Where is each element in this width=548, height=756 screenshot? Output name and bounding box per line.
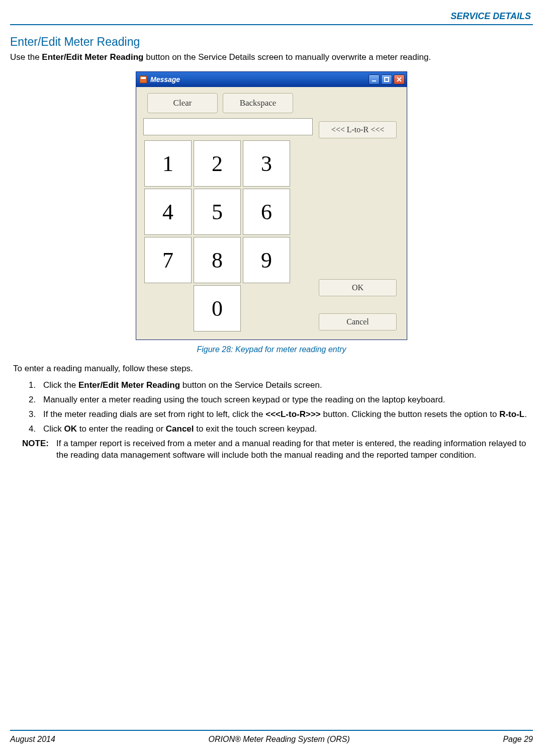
- step-1: Click the Enter/Edit Meter Reading butto…: [38, 380, 533, 391]
- svg-rect-2: [372, 80, 376, 81]
- step-1-b: Enter/Edit Meter Reading: [78, 380, 180, 390]
- step-4-d: Cancel: [166, 424, 194, 434]
- ok-button[interactable]: OK: [319, 279, 397, 296]
- figure-caption: Figure 28: Keypad for meter reading entr…: [10, 344, 533, 355]
- ltor-button[interactable]: <<< L-to-R <<<: [319, 121, 397, 138]
- step-3-c: button. Clicking the button resets the o…: [321, 409, 499, 419]
- intro-post: button on the Service Details screen to …: [143, 52, 431, 62]
- window-titlebar: Message: [136, 72, 407, 87]
- note-text: If a tamper report is received from a me…: [56, 438, 533, 461]
- key-9[interactable]: 9: [243, 237, 290, 283]
- backspace-button[interactable]: Backspace: [223, 93, 293, 113]
- footer-page: Page 29: [503, 734, 533, 745]
- step-4-a: Click: [43, 424, 64, 434]
- intro-paragraph: Use the Enter/Edit Meter Reading button …: [10, 52, 533, 63]
- key-2[interactable]: 2: [194, 140, 241, 187]
- section-title: Enter/Edit Meter Reading: [10, 34, 533, 50]
- intro-bold: Enter/Edit Meter Reading: [42, 52, 143, 62]
- close-button[interactable]: [394, 74, 405, 85]
- note-label: NOTE:: [22, 438, 56, 461]
- reading-display[interactable]: [143, 118, 313, 135]
- step-1-c: button on the Service Details screen.: [180, 380, 322, 390]
- step-4: Click OK to enter the reading or Cancel …: [38, 424, 533, 435]
- step-3-b: <<<L-to-R>>>: [265, 409, 321, 419]
- header-section-label: SERVICE DETAILS: [10, 10, 533, 22]
- step-3: If the meter reading dials are set from …: [38, 409, 533, 421]
- step-4-c: to enter the reading or: [77, 424, 166, 434]
- step-3-e: .: [524, 409, 527, 419]
- footer-date: August 2014: [10, 734, 55, 745]
- minimize-button[interactable]: [369, 74, 380, 85]
- app-icon: [139, 75, 147, 83]
- step-3-d: R-to-L: [499, 409, 524, 419]
- steps-intro: To enter a reading manually, follow thes…: [13, 363, 533, 375]
- svg-rect-3: [385, 77, 389, 81]
- header-rule: [10, 24, 533, 25]
- key-0[interactable]: 0: [194, 285, 241, 331]
- footer-title: ORION® Meter Reading System (ORS): [209, 734, 350, 745]
- step-2: Manually enter a meter reading using the…: [38, 394, 533, 406]
- key-1[interactable]: 1: [144, 140, 192, 187]
- step-4-b: OK: [64, 424, 77, 434]
- key-7[interactable]: 7: [144, 237, 192, 283]
- key-3[interactable]: 3: [243, 140, 290, 187]
- svg-rect-1: [141, 77, 146, 79]
- step-1-a: Click the: [43, 380, 78, 390]
- maximize-button[interactable]: [381, 74, 392, 85]
- key-4[interactable]: 4: [144, 189, 192, 235]
- keypad-window: Message Clear Backspace 1 2: [136, 71, 407, 340]
- window-title: Message: [150, 75, 369, 85]
- key-8[interactable]: 8: [194, 237, 241, 283]
- step-4-e: to exit the touch screen keypad.: [194, 424, 317, 434]
- steps-list: Click the Enter/Edit Meter Reading butto…: [38, 380, 533, 435]
- footer-rule: [10, 730, 533, 731]
- key-6[interactable]: 6: [243, 189, 290, 235]
- clear-button[interactable]: Clear: [147, 93, 218, 113]
- intro-pre: Use the: [10, 52, 42, 62]
- step-3-a: If the meter reading dials are set from …: [43, 409, 265, 419]
- key-5[interactable]: 5: [194, 189, 241, 235]
- cancel-button[interactable]: Cancel: [319, 313, 397, 330]
